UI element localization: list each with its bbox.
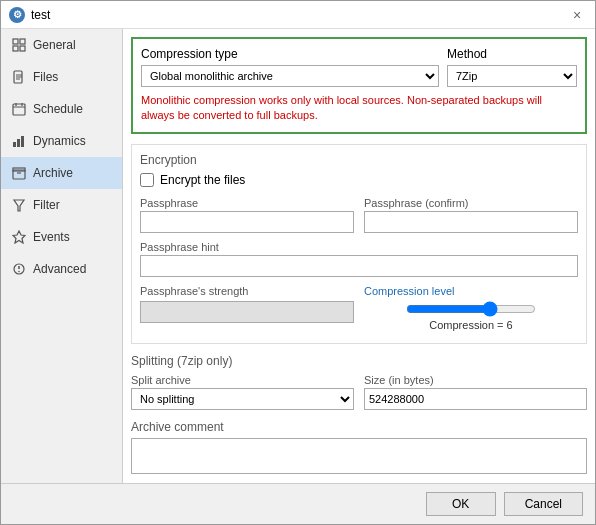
sidebar-item-schedule[interactable]: Schedule <box>1 93 122 125</box>
compression-dropdowns: Global monolithic archive Standard None … <box>141 65 577 87</box>
sidebar-item-general[interactable]: General <box>1 29 122 61</box>
sidebar: General Files Schedule Dyn <box>1 29 123 483</box>
sidebar-item-files[interactable]: Files <box>1 61 122 93</box>
method-group: 7Zip Zip None <box>447 65 577 87</box>
strength-compression-row: Passphrase's strength Compression level … <box>140 285 578 331</box>
sidebar-label-advanced: Advanced <box>33 262 86 276</box>
general-icon <box>11 37 27 53</box>
main-content: General Files Schedule Dyn <box>1 29 595 483</box>
compression-type-select[interactable]: Global monolithic archive Standard None <box>141 65 439 87</box>
sidebar-item-archive[interactable]: Archive <box>1 157 122 189</box>
split-row: Split archive No splitting Custom 1 MB 1… <box>131 374 587 410</box>
split-size-label: Size (in bytes) <box>364 374 587 386</box>
passphrase-row: Passphrase Passphrase (confirm) <box>140 197 578 233</box>
title-bar: ⚙ test × <box>1 1 595 29</box>
slider-container: Compression = 6 <box>364 301 578 331</box>
svg-marker-18 <box>14 200 24 211</box>
filter-icon <box>11 197 27 213</box>
method-select[interactable]: 7Zip Zip None <box>447 65 577 87</box>
svg-point-22 <box>18 271 20 273</box>
svg-rect-13 <box>17 139 20 147</box>
ok-button[interactable]: OK <box>426 492 496 516</box>
compression-box: Compression type Method Global monolithi… <box>131 37 587 134</box>
sidebar-label-filter: Filter <box>33 198 60 212</box>
encryption-section: Encryption Encrypt the files Passphrase … <box>131 144 587 344</box>
strength-label: Passphrase's strength <box>140 285 354 297</box>
passphrase-confirm-input[interactable] <box>364 211 578 233</box>
split-size-group: Size (in bytes) <box>364 374 587 410</box>
archive-comment-label: Archive comment <box>131 420 587 434</box>
footer: OK Cancel <box>1 483 595 524</box>
dialog-window: ⚙ test × General Files <box>0 0 596 525</box>
split-size-input[interactable] <box>364 388 587 410</box>
window-icon: ⚙ <box>9 7 25 23</box>
sidebar-item-advanced[interactable]: Advanced <box>1 253 122 285</box>
encrypt-files-row: Encrypt the files <box>140 173 578 187</box>
cancel-button[interactable]: Cancel <box>504 492 583 516</box>
advanced-icon <box>11 261 27 277</box>
strength-box: Passphrase's strength <box>140 285 354 331</box>
archive-comment-section: Archive comment <box>131 420 587 477</box>
passphrase-hint-label: Passphrase hint <box>140 241 578 253</box>
svg-marker-19 <box>13 231 25 243</box>
passphrase-confirm-label: Passphrase (confirm) <box>364 197 578 209</box>
compression-warning: Monolithic compression works only with l… <box>141 93 577 124</box>
schedule-icon <box>11 101 27 117</box>
compression-header-row: Compression type Method <box>141 47 577 61</box>
passphrase-confirm-group: Passphrase (confirm) <box>364 197 578 233</box>
encryption-title: Encryption <box>140 153 578 167</box>
svg-rect-14 <box>21 136 24 147</box>
split-archive-group: Split archive No splitting Custom 1 MB 1… <box>131 374 354 410</box>
sidebar-item-dynamics[interactable]: Dynamics <box>1 125 122 157</box>
archive-icon <box>11 165 27 181</box>
compression-value: Compression = 6 <box>429 319 512 331</box>
sidebar-label-dynamics: Dynamics <box>33 134 86 148</box>
close-button[interactable]: × <box>567 5 587 25</box>
split-archive-select[interactable]: No splitting Custom 1 MB 10 MB 100 MB 1 … <box>131 388 354 410</box>
split-archive-label: Split archive <box>131 374 354 386</box>
sidebar-label-general: General <box>33 38 76 52</box>
passphrase-input[interactable] <box>140 211 354 233</box>
compression-slider[interactable] <box>406 301 536 317</box>
sidebar-item-events[interactable]: Events <box>1 221 122 253</box>
method-label: Method <box>447 47 487 61</box>
passphrase-hint-input[interactable] <box>140 255 578 277</box>
sidebar-label-schedule: Schedule <box>33 102 83 116</box>
splitting-title: Splitting (7zip only) <box>131 354 587 368</box>
dynamics-icon <box>11 133 27 149</box>
svg-rect-1 <box>20 39 25 44</box>
title-bar-left: ⚙ test <box>9 7 50 23</box>
content-area: Compression type Method Global monolithi… <box>123 29 595 483</box>
sidebar-item-filter[interactable]: Filter <box>1 189 122 221</box>
svg-rect-8 <box>13 104 25 115</box>
encrypt-label: Encrypt the files <box>160 173 245 187</box>
archive-comment-textarea[interactable] <box>131 438 587 474</box>
encrypt-checkbox[interactable] <box>140 173 154 187</box>
events-icon <box>11 229 27 245</box>
svg-rect-12 <box>13 142 16 147</box>
sidebar-label-files: Files <box>33 70 58 84</box>
compression-slider-label: Compression level <box>364 285 578 297</box>
svg-rect-3 <box>20 46 25 51</box>
passphrase-hint-group: Passphrase hint <box>140 241 578 277</box>
sidebar-label-events: Events <box>33 230 70 244</box>
window-title: test <box>31 8 50 22</box>
sidebar-label-archive: Archive <box>33 166 73 180</box>
passphrase-group: Passphrase <box>140 197 354 233</box>
files-icon <box>11 69 27 85</box>
passphrase-label: Passphrase <box>140 197 354 209</box>
compression-slider-box: Compression level Compression = 6 <box>364 285 578 331</box>
svg-rect-0 <box>13 39 18 44</box>
strength-bar <box>140 301 354 323</box>
compression-type-group: Global monolithic archive Standard None <box>141 65 439 87</box>
svg-rect-2 <box>13 46 18 51</box>
compression-type-label: Compression type <box>141 47 238 61</box>
splitting-section: Splitting (7zip only) Split archive No s… <box>131 354 587 410</box>
